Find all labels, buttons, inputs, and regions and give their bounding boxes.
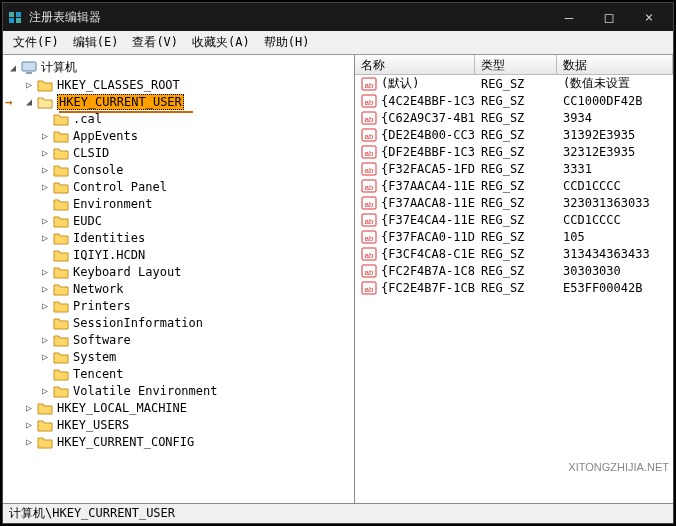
string-value-icon: ab xyxy=(361,162,377,176)
tree-node-hkcc[interactable]: ▷ HKEY_CURRENT_CONFIG xyxy=(23,433,354,450)
tree-node-child[interactable]: ▷IQIYI.HCDN xyxy=(39,246,354,263)
value-name: {DF2E4BBF-1C3... xyxy=(381,145,475,159)
tree-node-child[interactable]: ▷Console xyxy=(39,161,354,178)
svg-rect-1 xyxy=(16,12,21,17)
tree-node-child[interactable]: ▷Network xyxy=(39,280,354,297)
value-type: REG_SZ xyxy=(475,264,557,278)
expander-closed-icon[interactable]: ▷ xyxy=(23,79,35,91)
value-type: REG_SZ xyxy=(475,94,557,108)
string-value-icon: ab xyxy=(361,264,377,278)
expander-closed-icon[interactable]: ▷ xyxy=(39,130,51,142)
tree-node-child[interactable]: ▷Volatile Environment xyxy=(39,382,354,399)
tree-node-child[interactable]: ▷Identities xyxy=(39,229,354,246)
expander-closed-icon[interactable]: ▷ xyxy=(39,385,51,397)
menu-view[interactable]: 查看(V) xyxy=(126,32,184,53)
close-button[interactable]: × xyxy=(629,7,669,27)
expander-closed-icon[interactable]: ▷ xyxy=(39,266,51,278)
expander-closed-icon[interactable]: ▷ xyxy=(39,215,51,227)
tree-node-child[interactable]: ▷Tencent xyxy=(39,365,354,382)
tree-node-label: Identities xyxy=(73,231,145,245)
tree-node-child[interactable]: ▷AppEvents xyxy=(39,127,354,144)
column-type[interactable]: 类型 xyxy=(475,55,557,74)
folder-icon xyxy=(53,146,69,160)
tree-node-computer[interactable]: ◢ 计算机 xyxy=(7,59,354,76)
tree-node-label: .cal xyxy=(73,112,102,126)
tree-node-child[interactable]: ▷Printers xyxy=(39,297,354,314)
value-row[interactable]: ab{F37FACA0-11D...REG_SZ105 xyxy=(355,228,673,245)
expander-closed-icon[interactable]: ▷ xyxy=(39,181,51,193)
tree-node-hkcr[interactable]: ▷ HKEY_CLASSES_ROOT xyxy=(23,76,354,93)
column-data[interactable]: 数据 xyxy=(557,55,673,74)
svg-text:ab: ab xyxy=(365,166,374,175)
value-row[interactable]: ab{F37E4CA4-11E...REG_SZCCD1CCCC xyxy=(355,211,673,228)
folder-open-icon xyxy=(37,95,53,109)
tree-node-child[interactable]: ▷SessionInformation xyxy=(39,314,354,331)
expander-closed-icon[interactable]: ▷ xyxy=(39,283,51,295)
svg-text:ab: ab xyxy=(365,132,374,141)
watermark-text: XITONGZHIJIA.NET xyxy=(568,461,669,473)
value-data: 32312E3935 xyxy=(557,145,673,159)
string-value-icon: ab xyxy=(361,247,377,261)
expander-closed-icon[interactable]: ▷ xyxy=(39,300,51,312)
titlebar[interactable]: 注册表编辑器 — □ × xyxy=(3,3,673,31)
value-row[interactable]: ab{4C2E4BBF-1C3...REG_SZCC1000DF42B xyxy=(355,92,673,109)
tree-node-hku[interactable]: ▷ HKEY_USERS xyxy=(23,416,354,433)
tree-node-child[interactable]: ▷Environment xyxy=(39,195,354,212)
maximize-button[interactable]: □ xyxy=(589,7,629,27)
expander-closed-icon[interactable]: ▷ xyxy=(23,402,35,414)
expander-closed-icon[interactable]: ▷ xyxy=(39,232,51,244)
value-data: 3934 xyxy=(557,111,673,125)
menu-help[interactable]: 帮助(H) xyxy=(258,32,316,53)
list-header: 名称 类型 数据 xyxy=(355,55,673,75)
tree-node-hklm[interactable]: ▷ HKEY_LOCAL_MACHINE xyxy=(23,399,354,416)
folder-icon xyxy=(53,367,69,381)
list-pane[interactable]: 名称 类型 数据 ab(默认)REG_SZ(数值未设置ab{4C2E4BBF-1… xyxy=(355,55,673,503)
tree-pane[interactable]: → ◢ 计算机 ▷ HKEY_CLASS xyxy=(3,55,355,503)
value-type: REG_SZ xyxy=(475,247,557,261)
value-row[interactable]: ab(默认)REG_SZ(数值未设置 xyxy=(355,75,673,92)
svg-text:ab: ab xyxy=(365,234,374,243)
value-row[interactable]: ab{DE2E4B00-CC3...REG_SZ31392E3935 xyxy=(355,126,673,143)
menu-file[interactable]: 文件(F) xyxy=(7,32,65,53)
value-type: REG_SZ xyxy=(475,179,557,193)
expander-closed-icon[interactable]: ▷ xyxy=(23,436,35,448)
menu-edit[interactable]: 编辑(E) xyxy=(67,32,125,53)
tree-node-child[interactable]: ▷CLSID xyxy=(39,144,354,161)
value-row[interactable]: ab{F37AACA8-11E...REG_SZ323031363033 xyxy=(355,194,673,211)
tree-node-child[interactable]: ▷Control Panel xyxy=(39,178,354,195)
tree-node-child[interactable]: ▷Keyboard Layout xyxy=(39,263,354,280)
svg-text:ab: ab xyxy=(365,98,374,107)
value-row[interactable]: ab{F3CF4CA8-C1E...REG_SZ313434363433 xyxy=(355,245,673,262)
value-row[interactable]: ab{F37AACA4-11E...REG_SZCCD1CCCC xyxy=(355,177,673,194)
tree-node-child[interactable]: ▷EUDC xyxy=(39,212,354,229)
tree-node-hkcu[interactable]: ◢ HKEY_CURRENT_USER xyxy=(23,93,354,110)
tree-node-child[interactable]: ▷System xyxy=(39,348,354,365)
tree-node-label: IQIYI.HCDN xyxy=(73,248,145,262)
value-row[interactable]: ab{F32FACA5-1FD...REG_SZ3331 xyxy=(355,160,673,177)
expander-open-icon[interactable]: ◢ xyxy=(23,96,35,108)
svg-text:ab: ab xyxy=(365,149,374,158)
value-row[interactable]: ab{FC2F4B7A-1C8...REG_SZ30303030 xyxy=(355,262,673,279)
value-row[interactable]: ab{FC2E4B7F-1CB...REG_SZE53FF00042B xyxy=(355,279,673,296)
value-row[interactable]: ab{DF2E4BBF-1C3...REG_SZ32312E3935 xyxy=(355,143,673,160)
computer-icon xyxy=(21,61,37,75)
menu-favorites[interactable]: 收藏夹(A) xyxy=(186,32,256,53)
expander-closed-icon[interactable]: ▷ xyxy=(39,351,51,363)
folder-icon xyxy=(37,401,53,415)
expander-closed-icon[interactable]: ▷ xyxy=(39,147,51,159)
expander-open-icon[interactable]: ◢ xyxy=(7,62,19,74)
tree-node-label: Console xyxy=(73,163,124,177)
expander-closed-icon[interactable]: ▷ xyxy=(39,334,51,346)
expander-closed-icon[interactable]: ▷ xyxy=(39,164,51,176)
tree-node-child[interactable]: ▷Software xyxy=(39,331,354,348)
expander-closed-icon[interactable]: ▷ xyxy=(23,419,35,431)
tree-node-label: Keyboard Layout xyxy=(73,265,181,279)
tree-node-label: CLSID xyxy=(73,146,109,160)
minimize-button[interactable]: — xyxy=(549,7,589,27)
tree-node-label: Network xyxy=(73,282,124,296)
value-row[interactable]: ab{C62A9C37-4B1...REG_SZ3934 xyxy=(355,109,673,126)
column-name[interactable]: 名称 xyxy=(355,55,475,74)
folder-icon xyxy=(37,78,53,92)
value-data: 30303030 xyxy=(557,264,673,278)
tree-node-label: Tencent xyxy=(73,367,124,381)
